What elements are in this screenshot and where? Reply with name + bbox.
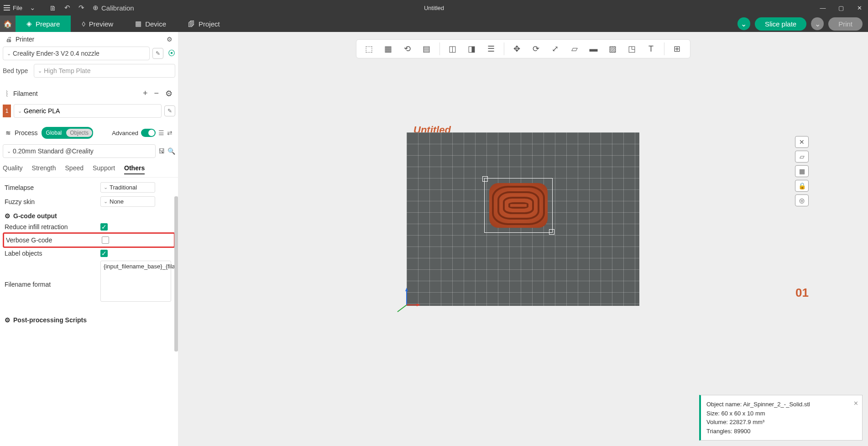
filename-label: Filename format (5, 281, 100, 288)
scale-icon[interactable]: ⤢ (549, 42, 562, 55)
slice-button[interactable]: Slice plate (755, 17, 806, 31)
process-preset-dropdown[interactable]: ⌄ 0.20mm Standard @Creality (3, 144, 156, 158)
rotate-icon[interactable]: ⟳ (530, 42, 543, 55)
slice-label: Slice plate (765, 20, 796, 28)
auto-orient-icon[interactable]: ⟲ (401, 42, 414, 55)
lock-plate-icon[interactable]: 🔒 (795, 180, 809, 192)
label-objects-label: Label objects (5, 250, 100, 257)
global-segment: Global (42, 129, 66, 137)
compare-icon[interactable]: ⇄ (167, 129, 173, 136)
chevron-down-icon: ⌄ (104, 199, 108, 205)
add-filament-icon[interactable]: + (143, 89, 148, 99)
mesh-icon[interactable]: ▨ (607, 42, 619, 55)
edit-filament-icon[interactable]: ✎ (164, 105, 175, 116)
info-triangles: Triangles: 89900 (706, 427, 857, 436)
support-paint-icon[interactable]: ◳ (626, 42, 638, 55)
filament-section-label: Filament (13, 90, 38, 97)
label-objects-row: Label objects ✓ (5, 248, 173, 259)
maximize-button[interactable]: ▢ (832, 0, 850, 16)
model-object[interactable] (489, 183, 548, 228)
tab-others[interactable]: Others (124, 164, 145, 174)
titlebar-left: File ⌄ 🗎 ↶ ↷ ⊕ Calibration (0, 4, 134, 12)
bed-dropdown[interactable]: ⌄ High Temp Plate (34, 64, 175, 78)
minimize-button[interactable]: — (814, 0, 831, 16)
fuzzy-row: Fuzzy skin ⌄ None (5, 194, 173, 209)
layers-icon[interactable]: ☰ (485, 42, 497, 55)
tab-device[interactable]: ▦ Device (124, 16, 177, 32)
remove-filament-icon[interactable]: − (154, 89, 159, 99)
filament-dropdown[interactable]: ⌄ Generic PLA (14, 104, 162, 118)
split-object-icon[interactable]: ◫ (446, 42, 459, 55)
close-button[interactable]: ✕ (851, 0, 868, 16)
search-icon[interactable]: 🔍 (167, 147, 175, 155)
undo-icon[interactable]: ↶ (64, 4, 70, 12)
project-label: Project (199, 20, 220, 28)
chevron-down-icon: ⌄ (38, 68, 42, 74)
printer-gear-icon[interactable]: ⚙ (167, 36, 173, 43)
list-icon[interactable]: ☰ (158, 129, 164, 136)
customize-plate-icon[interactable]: ◎ (795, 194, 809, 206)
arrange-plate-icon[interactable]: ▱ (795, 151, 809, 163)
reduce-infill-checkbox[interactable]: ✓ (100, 223, 108, 231)
save-icon[interactable]: 🗎 (49, 4, 56, 12)
tab-preview[interactable]: ◊ Preview (71, 16, 124, 32)
info-close-icon[interactable]: ✕ (853, 399, 858, 408)
plate-number: 01 (795, 286, 809, 300)
printer-dropdown[interactable]: ⌄ Creality Ender-3 V2 0.4 nozzle (3, 47, 150, 60)
viewport[interactable]: ⬚ ▦ ⟲ ▤ ◫ ◨ ☰ ✥ ⟳ ⤢ ▱ ▬ ▨ ◳ T ⊞ Untitled (178, 32, 868, 446)
fuzzy-dropdown[interactable]: ⌄ None (100, 196, 155, 207)
model-selection-box[interactable] (484, 178, 553, 233)
print-button[interactable]: Print (828, 17, 863, 31)
close-plate-icon[interactable]: ✕ (795, 136, 809, 148)
tab-support[interactable]: Support (93, 164, 115, 174)
text-icon[interactable]: T (645, 42, 658, 55)
fuzzy-value: None (110, 198, 124, 205)
timelapse-label: Timelapse (5, 184, 100, 191)
buildplate[interactable] (407, 132, 639, 306)
redo-icon[interactable]: ↷ (78, 4, 84, 12)
device-label: Device (145, 20, 166, 28)
svg-line-4 (397, 305, 407, 312)
process-icon: ≋ (5, 129, 11, 136)
arrange-icon[interactable]: ▤ (420, 42, 433, 55)
tab-prepare[interactable]: ◈ Prepare (16, 16, 71, 32)
calibration-button[interactable]: ⊕ Calibration (93, 4, 134, 12)
filament-gear-icon[interactable]: ⚙ (165, 89, 173, 99)
slice-chevron-icon[interactable]: ⌄ (737, 17, 750, 30)
label-objects-checkbox[interactable]: ✓ (100, 250, 108, 257)
sidebar-scrollbar[interactable] (174, 196, 178, 352)
global-objects-toggle[interactable]: Global Objects (42, 127, 93, 139)
postprocess-title: ⚙ Post-processing Scripts (5, 313, 173, 325)
split-part-icon[interactable]: ◨ (465, 42, 478, 55)
print-chevron-icon[interactable]: ⌄ (811, 17, 824, 30)
timelapse-dropdown[interactable]: ⌄ Traditional (100, 182, 155, 193)
save-preset-icon[interactable]: 🖫 (158, 147, 165, 155)
file-menu[interactable]: File (4, 5, 22, 11)
tab-project[interactable]: 🗐 Project (177, 16, 231, 32)
calibration-label: Calibration (101, 4, 134, 12)
move-icon[interactable]: ✥ (511, 42, 523, 55)
cut-icon[interactable]: ▬ (587, 42, 600, 55)
tab-strength[interactable]: Strength (32, 164, 56, 174)
verbose-checkbox[interactable] (102, 236, 109, 244)
assembly-icon[interactable]: ⊞ (671, 42, 684, 55)
separator (664, 42, 664, 55)
edit-printer-icon[interactable]: ✎ (152, 48, 163, 59)
prepare-icon: ◈ (26, 20, 32, 28)
add-cube-icon[interactable]: ⬚ (363, 42, 376, 55)
printer-icon: 🖨 (5, 36, 12, 43)
filename-input[interactable]: {input_filename_base}_{filament_type[0]}… (100, 261, 171, 302)
file-chevron-icon[interactable]: ⌄ (30, 4, 36, 12)
add-plate-icon[interactable]: ▦ (382, 42, 395, 55)
advanced-switch[interactable] (141, 129, 156, 137)
filament-section-header: ⦚ Filament + − ⚙ (0, 85, 178, 102)
wifi-icon[interactable]: ⦿ (168, 49, 175, 58)
place-face-icon[interactable]: ▱ (568, 42, 581, 55)
tab-speed[interactable]: Speed (65, 164, 84, 174)
plate-settings-icon[interactable]: ▦ (795, 165, 809, 177)
tab-quality[interactable]: Quality (3, 164, 23, 174)
home-button[interactable]: 🏠 (0, 16, 16, 32)
reduce-infill-label: Reduce infill retraction (5, 223, 100, 231)
fuzzy-label: Fuzzy skin (5, 198, 100, 205)
process-tabs: Quality Strength Speed Support Others (0, 160, 178, 178)
